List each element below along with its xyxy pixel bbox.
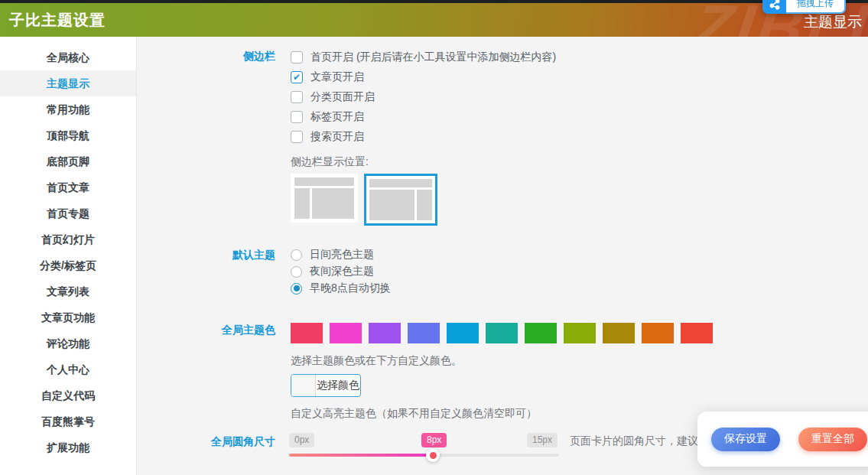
sidebar-item-home-slides[interactable]: 首页幻灯片 (0, 226, 136, 252)
share-icon (762, 0, 786, 14)
sidebar-item-top-nav[interactable]: 顶部导航 (0, 122, 136, 148)
slider-track-fill (289, 454, 433, 457)
radio-dark[interactable] (291, 266, 302, 278)
color-swatch[interactable] (369, 323, 401, 343)
sidebar-position-options (291, 174, 556, 226)
radius-description: 页面卡片的圆角尺寸，建议为8 (570, 433, 715, 448)
checkbox-row-home[interactable]: 首页开启 (开启后请在小工具设置中添加侧边栏内容) (291, 47, 556, 67)
sidebar-item-post-list[interactable]: 文章列表 (0, 278, 136, 304)
color-swatch[interactable] (486, 323, 518, 343)
sidebar-item-comments[interactable]: 评论功能 (0, 330, 136, 356)
sidebar-item-extensions[interactable]: 扩展功能 (0, 434, 136, 460)
radio-label: 夜间深色主题 (310, 265, 374, 278)
sidebar-item-common-functions[interactable]: 常用功能 (0, 96, 136, 122)
color-picker-label: 选择颜色 (316, 375, 360, 396)
thumb-content-block (312, 188, 354, 219)
color-swatch[interactable] (408, 323, 440, 343)
sidebar-item-user-center[interactable]: 个人中心 (0, 356, 136, 382)
zibll-settings-page: ZIBLL 子比主题设置 主题显示 拖拽上传 全局核心 主题显示 常用功能 顶部… (0, 0, 868, 475)
radius-slider[interactable]: 0px 8px 15px (289, 433, 559, 464)
checkbox-label: 搜索页开启 (310, 130, 364, 144)
sidebar-item-home-posts[interactable]: 首页文章 (0, 174, 136, 200)
drag-upload-overlay[interactable]: 拖拽上传 (762, 0, 846, 14)
checkbox-tag[interactable] (291, 111, 303, 123)
checkbox-row-tag[interactable]: 标签页开启 (291, 107, 556, 127)
top-dark-bar (0, 0, 868, 3)
save-button[interactable]: 保存设置 (711, 428, 780, 451)
page-title: 子比主题设置 (9, 3, 106, 37)
checkbox-row-category[interactable]: 分类页面开启 (291, 87, 556, 107)
radio-label: 早晚8点自动切换 (310, 281, 391, 295)
color-swatch[interactable] (681, 323, 713, 343)
layout-option-sidebar-right[interactable] (364, 174, 437, 226)
default-theme-label: 默认主题 (137, 246, 275, 262)
checkbox-home[interactable] (291, 51, 303, 63)
slider-max-badge: 15px (527, 433, 558, 447)
radio-auto[interactable] (291, 283, 302, 294)
color-swatch[interactable] (330, 323, 362, 343)
thumb-header-bar (369, 179, 432, 187)
sidebar-item-theme-display[interactable]: 主题显示 (0, 70, 136, 96)
checkbox-category[interactable] (291, 91, 303, 103)
checkbox-label: 分类页面开启 (310, 90, 375, 104)
radio-row-dark[interactable]: 夜间深色主题 (291, 263, 391, 280)
thumb-sidebar-block (417, 190, 432, 220)
custom-color-hint: 自定义高亮主题色（如果不用自定义颜色清空即可） (291, 407, 713, 421)
radio-label: 日间亮色主题 (310, 248, 374, 262)
color-picker-button[interactable]: 选择颜色 (291, 374, 361, 397)
settings-nav: 全局核心 主题显示 常用功能 顶部导航 底部页脚 首页文章 首页专题 首页幻灯片… (0, 37, 137, 475)
thumb-content-block (369, 190, 414, 220)
sidebar-position-hint: 侧边栏显示位置: (291, 154, 556, 169)
checkbox-label: 标签页开启 (310, 110, 364, 124)
theme-color-label: 全局主题色 (137, 321, 275, 337)
current-tab-title: 主题显示 (804, 12, 862, 32)
layout-option-sidebar-left[interactable] (291, 174, 358, 223)
sidebar-item-category-tag[interactable]: 分类/标签页 (0, 252, 136, 278)
slider-thumb[interactable] (426, 448, 440, 462)
checkbox-label: 首页开启 (开启后请在小工具设置中添加侧边栏内容) (310, 50, 556, 64)
thumb-sidebar-block (294, 188, 310, 219)
sidebar-item-custom-code[interactable]: 自定义代码 (0, 382, 136, 408)
color-swatch[interactable] (525, 323, 557, 343)
sidebar-item-post-page[interactable]: 文章页功能 (0, 304, 136, 330)
sidebar-item-home-topics[interactable]: 首页专题 (0, 200, 136, 226)
action-panel: 保存设置 重置全部 (697, 412, 868, 467)
color-swatch[interactable] (564, 323, 596, 343)
theme-color-swatches (291, 323, 713, 343)
checkbox-row-search[interactable]: 搜索页开启 (291, 127, 556, 147)
sidebar-item-footer[interactable]: 底部页脚 (0, 148, 136, 174)
radio-row-auto[interactable]: 早晚8点自动切换 (291, 280, 391, 297)
reset-button[interactable]: 重置全部 (798, 428, 867, 451)
sidebar-section-label: 侧边栏 (137, 47, 275, 63)
radio-row-light[interactable]: 日间亮色主题 (291, 246, 391, 263)
color-swatch[interactable] (447, 323, 479, 343)
color-swatch[interactable] (291, 323, 323, 343)
settings-content: 侧边栏 首页开启 (开启后请在小工具设置中添加侧边栏内容) ✔ 文章页开启 分类… (137, 37, 868, 475)
sidebar-item-baidu-bear[interactable]: 百度熊掌号 (0, 408, 136, 434)
checkbox-search[interactable] (291, 131, 303, 143)
radio-light[interactable] (291, 249, 302, 261)
radius-label: 全局圆角尺寸 (137, 433, 275, 449)
page-header: ZIBLL 子比主题设置 主题显示 (0, 3, 868, 37)
sidebar-settings-row: 侧边栏 首页开启 (开启后请在小工具设置中添加侧边栏内容) ✔ 文章页开启 分类… (137, 47, 868, 226)
slider-value-badge: 8px (421, 433, 447, 447)
checkbox-row-post[interactable]: ✔ 文章页开启 (291, 67, 556, 87)
drag-upload-label: 拖拽上传 (786, 0, 846, 14)
color-picker-well (291, 375, 316, 396)
thumb-header-bar (294, 177, 354, 186)
checkbox-post[interactable]: ✔ (291, 71, 303, 83)
slider-min-badge: 0px (289, 433, 314, 447)
color-swatch[interactable] (603, 323, 635, 343)
checkbox-label: 文章页开启 (310, 70, 364, 84)
pick-color-hint: 选择主题颜色或在下方自定义颜色。 (291, 354, 713, 368)
default-theme-row: 默认主题 日间亮色主题 夜间深色主题 早晚8点自动切换 (137, 246, 868, 297)
theme-color-row: 全局主题色 选择主题颜色或在下方自定义颜色。 (137, 321, 868, 421)
sidebar-item-global-core[interactable]: 全局核心 (0, 44, 136, 70)
color-swatch[interactable] (642, 323, 674, 343)
